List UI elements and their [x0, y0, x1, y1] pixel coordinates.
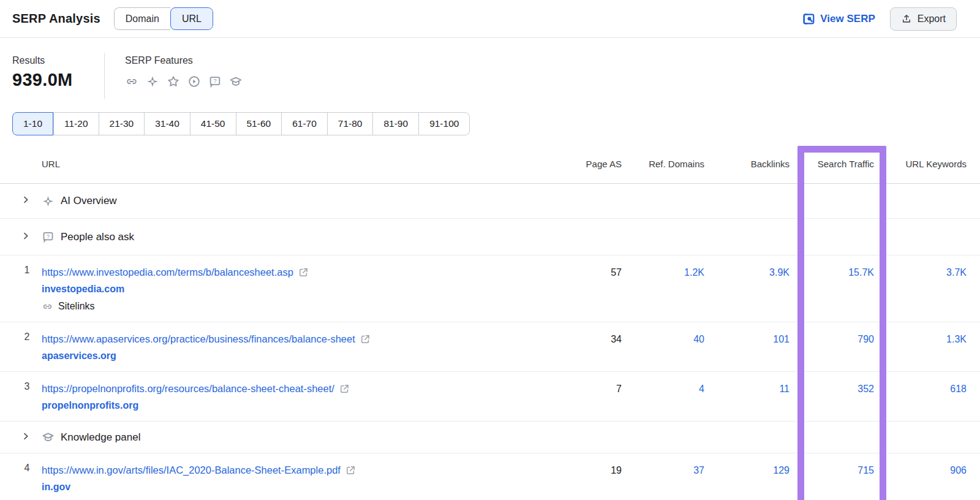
search-traffic-value[interactable]: 715 — [790, 461, 874, 496]
page-tab-21-30[interactable]: 21-30 — [99, 112, 145, 135]
top-bar: SERP Analysis Domain URL View SERP Expor… — [0, 0, 980, 38]
expand-chevron-icon[interactable] — [21, 231, 31, 241]
backlinks-value[interactable]: 3.9K — [704, 263, 790, 315]
backlinks-value[interactable]: 101 — [704, 330, 790, 365]
ai-overview-icon — [42, 195, 55, 208]
top-bar-actions: View SERP Export — [802, 0, 957, 38]
page-tab-71-80[interactable]: 71-80 — [327, 112, 373, 135]
column-header-page-as: Page AS — [548, 159, 622, 169]
knowledge-panel-icon — [42, 431, 55, 444]
page-title: SERP Analysis — [12, 12, 100, 26]
table-row-people-also-ask[interactable]: ? People also ask — [0, 219, 980, 256]
search-traffic-value[interactable]: 790 — [790, 330, 874, 365]
toggle-domain-button[interactable]: Domain — [114, 7, 170, 30]
pagination: 1-10 11-20 21-30 31-40 41-50 51-60 61-70… — [12, 112, 470, 135]
svg-text:?: ? — [213, 78, 216, 84]
feature-row-label: AI Overview — [61, 195, 117, 207]
table-row-result-3: 3 https://propelnonprofits.org/resources… — [0, 372, 980, 422]
ref-domains-value[interactable]: 37 — [622, 461, 704, 496]
column-header-search-traffic: Search Traffic — [790, 159, 874, 169]
page-tab-11-20[interactable]: 11-20 — [53, 112, 99, 135]
result-domain-link[interactable]: apaservices.org — [42, 350, 116, 361]
column-header-backlinks: Backlinks — [704, 159, 790, 169]
result-domain-link[interactable]: in.gov — [42, 482, 70, 492]
external-link-icon[interactable] — [345, 465, 356, 475]
column-header-url: URL — [42, 159, 548, 169]
result-domain-link[interactable]: investopedia.com — [42, 284, 124, 294]
external-link-icon[interactable] — [298, 267, 309, 278]
export-label: Export — [918, 13, 946, 25]
result-url-link[interactable]: https://www.investopedia.com/terms/b/bal… — [42, 263, 293, 281]
page-tab-1-10[interactable]: 1-10 — [12, 112, 53, 135]
page-as-value: 57 — [548, 263, 622, 315]
reviews-star-icon — [167, 75, 180, 88]
external-link-icon[interactable] — [360, 334, 371, 344]
ai-overview-icon — [146, 75, 159, 88]
feature-row-label: Knowledge panel — [61, 431, 140, 444]
column-header-ref-domains: Ref. Domains — [622, 159, 704, 169]
page-tab-41-50[interactable]: 41-50 — [190, 112, 236, 135]
divider — [104, 53, 105, 99]
expand-chevron-icon[interactable] — [21, 195, 31, 205]
table-row-result-1: 1 https://www.investopedia.com/terms/b/b… — [0, 256, 980, 322]
result-url-link[interactable]: https://www.apaservices.org/practice/bus… — [42, 330, 355, 347]
rank-number: 2 — [12, 330, 42, 365]
table-row-ai-overview[interactable]: AI Overview — [0, 184, 980, 219]
column-header-url-keywords: URL Keywords — [874, 159, 967, 169]
ref-domains-value[interactable]: 40 — [622, 330, 704, 365]
serp-features-icons: ? — [125, 75, 243, 88]
page-tab-31-40[interactable]: 31-40 — [144, 112, 190, 135]
external-link-icon[interactable] — [339, 384, 350, 394]
page-as-value: 19 — [548, 461, 622, 496]
table-header-row: URL Page AS Ref. Domains Backlinks Searc… — [0, 144, 980, 184]
backlinks-value[interactable]: 129 — [704, 461, 790, 496]
results-label: Results — [12, 55, 45, 66]
sitelinks-icon — [125, 75, 138, 88]
result-domain-link[interactable]: propelnonprofits.org — [42, 400, 138, 411]
url-keywords-value[interactable]: 618 — [874, 380, 967, 414]
table-row-result-2: 2 https://www.apaservices.org/practice/b… — [0, 322, 980, 372]
results-count: 939.0M — [12, 70, 73, 90]
page-tab-61-70[interactable]: 61-70 — [281, 112, 327, 135]
toggle-url-button[interactable]: URL — [170, 7, 213, 30]
summary-section: Results 939.0M SERP Features ? — [0, 38, 980, 110]
search-traffic-value[interactable]: 352 — [790, 380, 874, 414]
domain-url-toggle: Domain URL — [114, 7, 213, 30]
search-traffic-value[interactable]: 15.7K — [790, 263, 874, 315]
export-button[interactable]: Export — [890, 7, 957, 31]
ref-domains-value[interactable]: 1.2K — [622, 263, 704, 315]
video-icon — [187, 75, 201, 88]
table-row-knowledge-panel[interactable]: Knowledge panel — [0, 422, 980, 453]
feature-row-label: People also ask — [61, 231, 134, 243]
rank-number: 4 — [12, 461, 42, 496]
backlinks-value[interactable]: 11 — [704, 380, 790, 414]
view-serp-label: View SERP — [820, 13, 875, 25]
url-keywords-value[interactable]: 3.7K — [874, 263, 967, 315]
url-keywords-value[interactable]: 906 — [874, 461, 967, 496]
ref-domains-value[interactable]: 4 — [622, 380, 704, 414]
page-as-value: 7 — [548, 380, 622, 414]
view-serp-link[interactable]: View SERP — [802, 12, 875, 26]
people-also-ask-icon: ? — [42, 230, 55, 243]
page-as-value: 34 — [548, 330, 622, 365]
page-tab-91-100[interactable]: 91-100 — [418, 112, 470, 135]
people-also-ask-icon: ? — [208, 75, 222, 88]
page-tab-51-60[interactable]: 51-60 — [236, 112, 282, 135]
result-url-link[interactable]: https://propelnonprofits.org/resources/b… — [42, 380, 334, 397]
result-url-link[interactable]: https://www.in.gov/arts/files/IAC_2020-B… — [42, 461, 341, 479]
svg-text:?: ? — [47, 233, 50, 240]
export-upload-icon — [901, 13, 912, 25]
expand-chevron-icon[interactable] — [21, 431, 31, 441]
rank-number: 1 — [12, 263, 42, 315]
rank-number: 3 — [12, 380, 42, 414]
page-tab-81-90[interactable]: 81-90 — [372, 112, 418, 135]
url-keywords-value[interactable]: 1.3K — [874, 330, 967, 365]
knowledge-panel-icon — [229, 75, 243, 88]
table-row-result-4: 4 https://www.in.gov/arts/files/IAC_2020… — [0, 453, 980, 500]
serp-analysis-page: SERP Analysis Domain URL View SERP Expor… — [0, 0, 980, 500]
sitelinks-icon — [42, 301, 53, 312]
results-table: URL Page AS Ref. Domains Backlinks Searc… — [0, 144, 980, 500]
serp-features-label: SERP Features — [125, 55, 193, 66]
view-serp-icon — [802, 12, 815, 26]
sitelinks-badge: Sitelinks — [58, 298, 95, 315]
